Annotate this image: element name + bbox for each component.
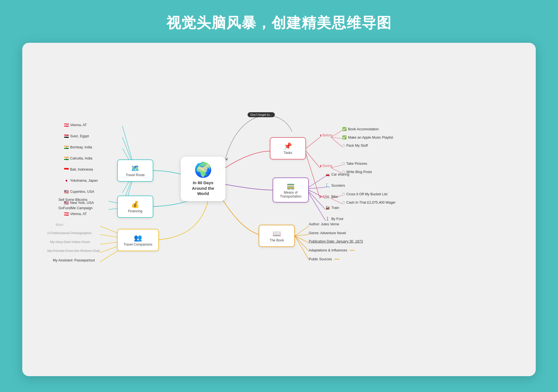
companion-photographer: A Professional Photographer [47,231,92,235]
mind-map-container: Don't forget to... 🌍 In 80 DaysAround th… [31,51,527,357]
means-scooter: 🛴Scooters [325,183,345,188]
travel-route-icon: 🗺️ [131,164,139,172]
financing-node[interactable]: 💰 Financing [117,196,153,218]
svg-line-14 [331,137,342,147]
financing-gofundme: GoFundMe Campaign [58,206,93,210]
task-before-label: ◗ Before [320,133,332,137]
companion-reform: My Friends From the Reform Club [47,249,100,253]
leaf-bombay: 🇮🇳Bombay, India [64,145,92,149]
svg-line-25 [295,234,309,236]
leaf-vienna1: 🇦🇹Vienna, AT [64,123,87,127]
svg-marker-36 [225,158,228,161]
central-label: In 80 DaysAround theWorld [192,180,214,196]
leaf-yokohama: 🇯🇵Yokohama, Japan [64,178,98,183]
svg-line-22 [309,191,325,209]
svg-line-20 [309,187,325,189]
connections-svg [31,51,527,357]
svg-line-27 [295,236,309,251]
companion-passepartout: My Assistant: Passepartout [53,258,95,262]
task-book-accom: ✅Book Accomodation [342,127,379,131]
means-icon: 🚃 [287,182,295,190]
book-label: The Book [270,238,284,242]
means-foot: 🚶By Foot [325,217,343,221]
svg-line-24 [295,226,309,236]
companion-mum: Mum [56,223,63,227]
svg-line-28 [295,236,309,259]
central-icon: 🌍 [194,161,212,178]
app-window: Don't forget to... 🌍 In 80 DaysAround th… [22,43,536,376]
leaf-suez: 🇪🇬Suez, Egypt [64,134,89,138]
book-icon: 📖 [273,230,281,238]
means-bike: 🚲Bike [325,194,338,199]
companions-node[interactable]: 👥 Travel Companions [117,229,159,251]
task-apple-music: ✅Make an Apple Music Playlist [342,135,393,139]
central-node[interactable]: 🌍 In 80 DaysAround theWorld [181,157,225,201]
travel-route-label: Travel Route [126,173,145,177]
svg-line-10 [306,151,320,168]
task-pictures: Take Pictures [342,162,367,166]
financing-icon: 💰 [131,201,139,208]
financing-bitcoin: Sell Some Bitcoins [58,198,87,202]
leaf-calcutta: 🇮🇳Calcutta, India [64,156,92,161]
companions-label: Travel Companions [124,243,152,246]
task-pack: Pack My Stuff [342,144,368,148]
financing-label: Financing [128,209,142,213]
book-adaptations: Adaptations & Influences [309,248,355,252]
means-car: 🚗Car sharing [325,172,349,176]
leaf-bali: 🇮🇩Bali, Indonesia [64,167,93,172]
leaf-cupertino: 🇺🇸Cupertino, USA [64,189,94,194]
svg-line-12 [331,130,342,137]
means-label: Means ofTransportation [280,191,302,198]
means-train: 🚂Train [325,206,339,210]
book-public: Public Sources [309,257,339,261]
book-pubdate: Publication Date: January 30, 1873 [309,239,363,243]
book-node[interactable]: 📖 The Book [259,225,295,247]
svg-line-13 [331,137,342,139]
book-genre: Genre: Adventure Novel [309,231,346,235]
svg-line-9 [306,137,320,148]
tasks-node[interactable]: 📌 Tasks [270,137,306,159]
svg-line-18 [331,198,342,204]
tasks-label: Tasks [284,151,292,155]
svg-line-15 [331,165,342,168]
task-bucket: Cross It Off My Bucket List [342,192,387,196]
task-wager: Cash In That £2,075,400 Wager [342,201,396,204]
companions-icon: 👥 [134,234,142,242]
book-author: Author: Jules Verne [309,222,340,226]
companion-video: My Very Own Video Team [50,240,90,244]
means-node[interactable]: 🚃 Means ofTransportation [273,178,309,203]
page-title: 视觉头脑风暴，创建精美思维导图 [0,0,558,43]
page: 视觉头脑风暴，创建精美思维导图 [0,0,558,376]
svg-line-19 [309,176,325,187]
tooltip-node: Don't forget to... [248,112,275,117]
travel-route-node[interactable]: 🗺️ Travel Route [117,159,153,182]
task-during-label: ◗ During [320,164,332,168]
svg-line-26 [295,236,309,243]
tasks-icon: 📌 [284,142,292,150]
leaf-vienna2: 🇦🇹Vienna, AT [64,212,87,216]
